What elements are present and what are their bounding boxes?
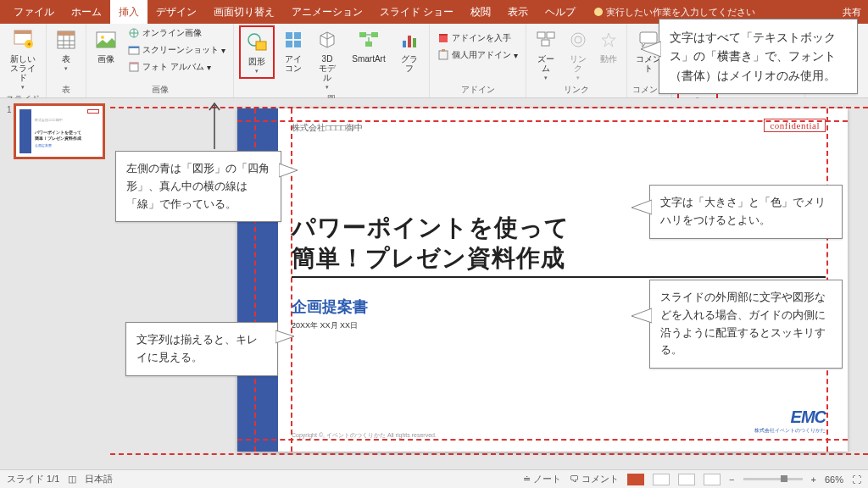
new-slide-label: 新しい スライド	[8, 54, 37, 82]
sorter-view-button[interactable]	[653, 474, 670, 485]
copyright-text[interactable]: Copyright ©, イベントのつくりかた All rights reser…	[292, 431, 437, 440]
my-addins-button[interactable]: 個人用アドイン ▾	[435, 47, 520, 63]
picture-button[interactable]: 画像	[92, 25, 120, 65]
grp-addin-label: アドイン	[435, 83, 520, 97]
tab-transitions[interactable]: 画面切り替え	[205, 0, 283, 24]
logo-text: EMC	[754, 408, 826, 427]
grp-image-label: 画像	[92, 83, 228, 97]
svg-rect-27	[408, 36, 411, 47]
comments-button[interactable]: 🗨 コメント	[570, 473, 619, 485]
smartart-button[interactable]: SmartArt	[348, 25, 390, 65]
screenshot-button[interactable]: スクリーンショット ▾	[125, 42, 228, 58]
3dmodel-label: 3D モデル	[315, 54, 339, 82]
tell-me[interactable]: 実行したい作業を入力してください	[594, 6, 755, 19]
svg-rect-30	[439, 34, 448, 36]
bulb-icon	[594, 8, 603, 16]
language-indicator[interactable]: 日本語	[85, 473, 113, 485]
svg-rect-20	[294, 32, 301, 39]
icons-icon	[281, 27, 306, 53]
logo-block[interactable]: EMC 株式会社イベントのつくりかた	[754, 408, 826, 435]
link-button[interactable]: リンク▾	[565, 25, 591, 83]
svg-rect-31	[439, 51, 448, 59]
tab-insert[interactable]: 挿入	[110, 0, 147, 24]
zoom-in-button[interactable]: +	[811, 474, 816, 485]
tab-review[interactable]: 校閲	[462, 0, 499, 24]
svg-rect-32	[442, 49, 445, 52]
svg-rect-19	[286, 32, 292, 39]
company-text[interactable]: 株式会社□□□□御中	[292, 122, 363, 134]
icons-label: アイコン	[283, 54, 303, 73]
svg-rect-35	[542, 40, 549, 46]
store-icon	[437, 32, 449, 44]
tab-slideshow[interactable]: スライド ショー	[371, 0, 462, 24]
slide-thumbnail[interactable]: 株式会社□□□□御中 パワーポイントを使って 簡単！プレゼン資料作成 企画提案書	[15, 105, 103, 158]
svg-rect-1	[14, 30, 31, 34]
chart-icon	[397, 27, 422, 53]
new-slide-button[interactable]: ✦ 新しい スライド▾	[5, 25, 41, 92]
slideshow-view-button[interactable]	[704, 474, 721, 485]
tab-design[interactable]: デザイン	[147, 0, 205, 24]
table-button[interactable]: 表▾	[52, 25, 81, 74]
zoom-summary-icon	[533, 27, 559, 53]
tab-help[interactable]: ヘルプ	[537, 0, 584, 24]
cube-icon	[314, 27, 340, 53]
callout-align: 文字列は揃えると、キレイに見える。	[125, 322, 278, 376]
callout-textbox-font: 文字はすべて「テキストボックス」の「横書き」で、フォント（書体）はメイリオのみ使…	[659, 19, 858, 94]
picture-icon	[93, 27, 119, 53]
callout-shape-explain: 左側の青は「図形」の「四角形」、真ん中の横の線は「線」で作っている。	[115, 151, 281, 222]
confidential-stamp[interactable]: confidential	[764, 119, 826, 132]
subtitle-text[interactable]: 企画提案書	[292, 297, 368, 317]
chart-button[interactable]: グラフ	[395, 25, 424, 75]
action-label: 動作	[600, 54, 617, 64]
thumb-number: 1	[7, 105, 12, 158]
title-line2[interactable]: 簡単！プレゼン資料作成	[292, 242, 565, 274]
zoom-slider[interactable]	[743, 478, 803, 480]
tab-view[interactable]: 表示	[499, 0, 537, 24]
smartart-label: SmartArt	[352, 54, 385, 64]
svg-rect-34	[547, 32, 554, 38]
slide-counter[interactable]: スライド 1/1	[7, 473, 59, 485]
tab-home[interactable]: ホーム	[63, 0, 110, 24]
svg-rect-25	[365, 42, 372, 47]
svg-rect-14	[129, 47, 139, 48]
shapes-highlight: 図形▾	[239, 25, 275, 79]
title-line1[interactable]: パワーポイントを使って	[292, 212, 570, 244]
shapes-button[interactable]: 図形▾	[242, 28, 272, 76]
svg-rect-21	[286, 41, 292, 47]
svg-rect-33	[537, 32, 545, 38]
svg-rect-28	[413, 38, 416, 47]
status-bar: スライド 1/1 ◫ 日本語 ≐ ノート 🗨 コメント − + 66% ⛶	[0, 469, 868, 488]
icons-button[interactable]: アイコン	[280, 25, 307, 75]
fit-window-button[interactable]: ⛶	[852, 474, 861, 485]
zoom-level[interactable]: 66%	[825, 474, 843, 485]
shapes-icon	[244, 30, 270, 55]
svg-point-36	[571, 33, 585, 47]
3dmodel-button[interactable]: 3D モデル▾	[312, 25, 342, 92]
svg-rect-18	[256, 42, 266, 50]
zoom-out-button[interactable]: −	[729, 474, 734, 485]
table-icon	[53, 27, 79, 53]
accessibility-icon[interactable]: ◫	[68, 474, 76, 485]
guide-h-outer-bottom	[110, 453, 868, 455]
reading-view-button[interactable]	[678, 474, 695, 485]
zoom-button[interactable]: ズーム▾	[531, 25, 560, 83]
date-text[interactable]: 20XX年 XX月 XX日	[292, 320, 358, 331]
action-button[interactable]: 動作	[596, 25, 621, 65]
svg-rect-24	[371, 32, 378, 37]
normal-view-button[interactable]	[627, 474, 644, 485]
grp-link-label: リンク	[531, 83, 621, 97]
svg-point-11	[101, 36, 104, 39]
svg-text:✦: ✦	[26, 41, 32, 48]
online-pictures-button[interactable]: オンライン画像	[125, 25, 228, 41]
photo-album-button[interactable]: フォト アルバム ▾	[125, 59, 228, 75]
link-icon	[565, 27, 591, 53]
thumbnail-pane[interactable]: 1 株式会社□□□□御中 パワーポイントを使って 簡単！プレゼン資料作成 企画提…	[0, 98, 110, 469]
callout-guide-margin: スライドの外周部に文字や図形などを入れる場合、ガイドの内側に沿うように配置すると…	[649, 280, 843, 369]
notes-button[interactable]: ≐ ノート	[523, 473, 561, 485]
title-underline[interactable]	[292, 276, 826, 278]
chart-label: グラフ	[398, 54, 420, 73]
tab-file[interactable]: ファイル	[5, 0, 63, 24]
new-slide-icon: ✦	[10, 27, 36, 53]
get-addins-button[interactable]: アドインを入手	[435, 30, 520, 46]
tab-animations[interactable]: アニメーション	[283, 0, 371, 24]
